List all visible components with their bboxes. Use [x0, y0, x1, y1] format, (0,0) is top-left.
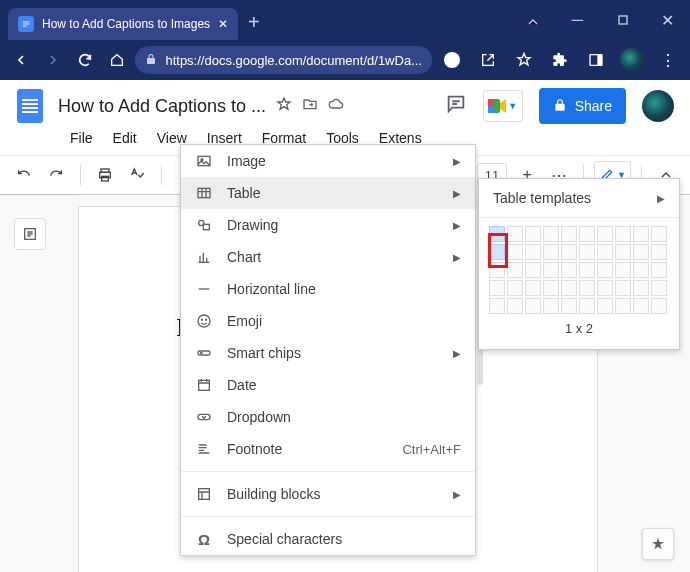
move-icon[interactable]: [302, 96, 318, 116]
forward-button[interactable]: [40, 45, 66, 75]
table-picker-cell[interactable]: [525, 298, 541, 314]
menu-item-table-templates[interactable]: Table templates ▶: [479, 181, 679, 215]
table-picker-cell[interactable]: [633, 244, 649, 260]
close-window-button[interactable]: ✕: [645, 0, 690, 40]
table-picker-cell[interactable]: [651, 298, 667, 314]
google-icon[interactable]: [438, 46, 466, 74]
table-picker-cell[interactable]: [507, 262, 523, 278]
table-picker-cell[interactable]: [651, 280, 667, 296]
table-picker-cell[interactable]: [543, 226, 559, 242]
address-bar[interactable]: https://docs.google.com/document/d/1wDa.…: [135, 46, 432, 74]
table-picker-cell[interactable]: [489, 298, 505, 314]
sidepanel-icon[interactable]: [582, 46, 610, 74]
table-picker-cell[interactable]: [561, 244, 577, 260]
close-tab-icon[interactable]: ✕: [218, 17, 228, 31]
table-picker-cell[interactable]: [525, 280, 541, 296]
table-picker-cell[interactable]: [561, 262, 577, 278]
table-picker-cell[interactable]: [543, 244, 559, 260]
table-picker-cell[interactable]: [651, 244, 667, 260]
menu-item-dropdown[interactable]: Dropdown: [181, 401, 475, 433]
share-icon[interactable]: [474, 46, 502, 74]
home-button[interactable]: [104, 45, 130, 75]
table-picker-cell[interactable]: [525, 244, 541, 260]
menu-edit[interactable]: Edit: [105, 128, 145, 148]
comments-icon[interactable]: [445, 93, 467, 119]
table-picker-cell[interactable]: [597, 226, 613, 242]
redo-button[interactable]: [42, 161, 70, 189]
table-picker-cell[interactable]: [633, 262, 649, 278]
browser-menu-icon[interactable]: ⋮: [654, 46, 682, 74]
menu-file[interactable]: File: [62, 128, 101, 148]
table-picker-cell[interactable]: [525, 226, 541, 242]
table-picker-cell[interactable]: [507, 280, 523, 296]
minimize-window-button[interactable]: ─: [555, 0, 600, 40]
svg-rect-1: [23, 24, 30, 25]
table-picker-cell[interactable]: [507, 226, 523, 242]
menu-item-image[interactable]: Image ▶: [181, 145, 475, 177]
table-picker-cell[interactable]: [597, 298, 613, 314]
menu-item-date[interactable]: Date: [181, 369, 475, 401]
table-picker-cell[interactable]: [507, 298, 523, 314]
table-picker-cell[interactable]: [615, 226, 631, 242]
spellcheck-button[interactable]: [123, 161, 151, 189]
table-picker-cell[interactable]: [579, 298, 595, 314]
menu-item-table[interactable]: Table ▶: [181, 177, 475, 209]
table-picker-cell[interactable]: [543, 262, 559, 278]
menu-item-emoji[interactable]: Emoji: [181, 305, 475, 337]
table-picker-cell[interactable]: [561, 298, 577, 314]
table-picker-cell[interactable]: [633, 226, 649, 242]
menu-item-footnote[interactable]: Footnote Ctrl+Alt+F: [181, 433, 475, 465]
docs-logo[interactable]: [12, 88, 48, 124]
table-picker-cell[interactable]: [633, 298, 649, 314]
table-picker-cell[interactable]: [615, 244, 631, 260]
reload-button[interactable]: [72, 45, 98, 75]
table-picker-cell[interactable]: [597, 280, 613, 296]
table-picker-cell[interactable]: [615, 262, 631, 278]
print-button[interactable]: [91, 161, 119, 189]
table-picker-cell[interactable]: [651, 262, 667, 278]
explore-button[interactable]: [642, 528, 674, 560]
table-picker-cell[interactable]: [507, 244, 523, 260]
table-picker-cell[interactable]: [633, 280, 649, 296]
menu-item-chart[interactable]: Chart ▶: [181, 241, 475, 273]
table-picker-cell[interactable]: [615, 298, 631, 314]
document-outline-button[interactable]: [14, 218, 46, 250]
cloud-status-icon[interactable]: [328, 96, 344, 116]
menu-item-building-blocks[interactable]: Building blocks ▶: [181, 478, 475, 510]
browser-profile-avatar[interactable]: [618, 46, 646, 74]
table-picker-cell[interactable]: [579, 280, 595, 296]
table-picker-cell[interactable]: [615, 280, 631, 296]
menu-item-horizontal-line[interactable]: Horizontal line: [181, 273, 475, 305]
svg-point-18: [198, 315, 210, 327]
table-picker-cell[interactable]: [561, 226, 577, 242]
browser-tab[interactable]: How to Add Captions to Images ✕: [8, 8, 238, 40]
table-picker-cell[interactable]: [543, 280, 559, 296]
new-tab-button[interactable]: +: [248, 11, 260, 34]
maximize-window-button[interactable]: [600, 0, 645, 40]
extensions-icon[interactable]: [546, 46, 574, 74]
menu-item-smart-chips[interactable]: Smart chips ▶: [181, 337, 475, 369]
account-avatar[interactable]: [642, 90, 674, 122]
table-size-picker[interactable]: [479, 226, 679, 315]
share-button[interactable]: Share: [539, 88, 626, 124]
table-picker-cell[interactable]: [597, 262, 613, 278]
menu-item-drawing[interactable]: Drawing ▶: [181, 209, 475, 241]
menu-item-special-characters[interactable]: Ω Special characters: [181, 523, 475, 555]
table-picker-cell[interactable]: [525, 262, 541, 278]
table-picker-cell[interactable]: [543, 298, 559, 314]
table-picker-cell[interactable]: [561, 280, 577, 296]
table-picker-cell[interactable]: [597, 244, 613, 260]
table-picker-cell[interactable]: [579, 244, 595, 260]
meet-button[interactable]: ▼: [483, 90, 523, 122]
table-picker-cell[interactable]: [579, 262, 595, 278]
table-picker-cell[interactable]: [489, 280, 505, 296]
document-title[interactable]: How to Add Captions to ...: [58, 96, 266, 117]
back-button[interactable]: [8, 45, 34, 75]
undo-button[interactable]: [10, 161, 38, 189]
table-picker-cell[interactable]: [579, 226, 595, 242]
minimize-button[interactable]: [510, 0, 555, 40]
star-icon[interactable]: [276, 96, 292, 116]
table-picker-cell[interactable]: [651, 226, 667, 242]
window-controls: ─ ✕: [510, 0, 690, 40]
bookmark-icon[interactable]: [510, 46, 538, 74]
